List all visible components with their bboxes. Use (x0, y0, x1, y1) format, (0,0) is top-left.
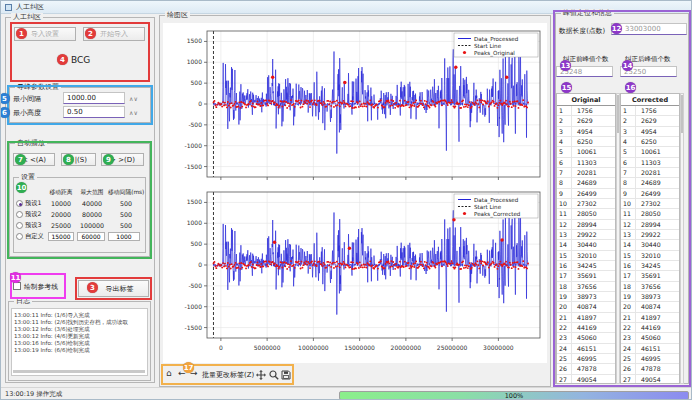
corrected-peaks-table[interactable]: Corrected 117562262934954462505100616113… (620, 93, 680, 384)
table-row[interactable]: 1228994 (557, 220, 615, 230)
peak-position: 44169 (572, 324, 597, 331)
table-row[interactable]: 11756 (557, 106, 615, 116)
table-row[interactable]: 824689 (557, 178, 615, 188)
table-row[interactable]: 720281 (621, 168, 679, 178)
table-row[interactable]: 1430440 (621, 240, 679, 250)
table-row[interactable]: 1329922 (621, 230, 679, 240)
table-row[interactable]: 22629 (557, 116, 615, 126)
table-row[interactable]: 1430440 (557, 240, 615, 250)
table-row[interactable]: 720281 (557, 168, 615, 178)
peak-position: 41897 (636, 314, 661, 321)
table-row[interactable]: 2345060 (557, 333, 615, 343)
original-peaks-table[interactable]: Original 1175622629349544625051006161130… (556, 93, 616, 384)
corrected-table-scrollbar[interactable] (680, 93, 684, 384)
table-row[interactable]: 2647878 (557, 364, 615, 374)
chart-peaks-original[interactable]: -1500-1000-500050010001500Data_Processed… (163, 25, 547, 185)
peak-position: 11303 (572, 159, 597, 166)
custom-value-input[interactable] (48, 232, 74, 241)
table-row[interactable]: 1938973 (621, 292, 679, 302)
spin-down-icon[interactable]: ∨ (133, 95, 137, 102)
app-icon (5, 4, 12, 11)
preset-radio[interactable] (16, 200, 23, 207)
peak-position: 46151 (572, 345, 597, 352)
table-row[interactable]: 1329922 (557, 230, 615, 240)
table-row[interactable]: 2446151 (557, 344, 615, 354)
preset-header-row: 移动距离 最大范围 移动间隔(ms) (16, 187, 144, 198)
table-row[interactable]: 2040874 (621, 302, 679, 312)
table-row[interactable]: 2446151 (621, 344, 679, 354)
table-row[interactable]: 2546995 (621, 354, 679, 364)
preset-col-interval: 移动间隔(ms) (108, 188, 144, 197)
plot-area-title: 绘图区 (165, 11, 190, 20)
peak-position: 47878 (636, 365, 661, 372)
table-row[interactable]: 34954 (621, 127, 679, 137)
table-row[interactable]: 2244169 (557, 323, 615, 333)
table-row[interactable]: 2244169 (621, 323, 679, 333)
table-row[interactable]: 1027302 (557, 199, 615, 209)
table-row[interactable]: 824689 (621, 178, 679, 188)
table-row[interactable]: 2749054 (557, 375, 615, 384)
table-row[interactable]: 1027302 (621, 199, 679, 209)
table-row[interactable]: 1634245 (557, 261, 615, 271)
log-horizontal-scrollbar[interactable] (13, 370, 145, 373)
spin-down-icon[interactable]: ∨ (133, 109, 137, 116)
custom-value-input[interactable] (77, 232, 105, 241)
min-interval-field[interactable]: 1000.00 (63, 92, 125, 104)
row-index: 1 (557, 106, 572, 115)
table-row[interactable]: 1938973 (557, 292, 615, 302)
table-row[interactable]: 22629 (621, 116, 679, 126)
table-row[interactable]: 1532010 (557, 251, 615, 261)
table-row[interactable]: 510061 (557, 147, 615, 157)
preset-label: 预设3 (25, 221, 46, 230)
svg-text:-1500: -1500 (185, 324, 203, 331)
min-height-field[interactable]: 0.50 (63, 106, 125, 118)
zoom-icon[interactable] (269, 370, 279, 380)
table-row[interactable]: 46250 (557, 137, 615, 147)
table-row[interactable]: 1128050 (557, 209, 615, 219)
chart-peaks-corrected[interactable]: -1500-1000-50005001000150005000000100000… (163, 186, 547, 362)
save-icon[interactable] (281, 370, 291, 380)
log-output[interactable]: 13:00:11 Info: (1/6)导入完成13:00:11 Info: (… (11, 308, 148, 376)
table-row[interactable]: 1128050 (621, 209, 679, 219)
svg-text:0: 0 (219, 344, 223, 351)
batch-edit-labels-button[interactable]: 批量更改标签(Z) (202, 370, 254, 380)
preset-radio[interactable] (16, 233, 23, 240)
table-row[interactable]: 2040874 (557, 302, 615, 312)
table-row[interactable]: 11756 (621, 106, 679, 116)
data-length-field[interactable]: 33003000 (611, 23, 687, 35)
table-row[interactable]: 926499 (557, 189, 615, 199)
table-row[interactable]: 1837656 (557, 282, 615, 292)
table-row[interactable]: 1735691 (621, 271, 679, 281)
table-row[interactable]: 46250 (621, 137, 679, 147)
draw-refline-checkbox[interactable] (13, 282, 21, 290)
table-row[interactable]: 2141897 (621, 313, 679, 323)
table-row[interactable]: 1532010 (621, 251, 679, 261)
table-row[interactable]: 34954 (557, 127, 615, 137)
home-icon[interactable]: ⌂ (166, 368, 172, 379)
peak-position: 24689 (572, 179, 597, 186)
table-row[interactable]: 1735691 (557, 271, 615, 281)
table-row[interactable]: 611303 (557, 158, 615, 168)
min-interval-spinner[interactable]: ∧∨ (129, 95, 138, 102)
custom-value-input[interactable] (108, 232, 140, 241)
table-row[interactable]: 2749054 (621, 375, 679, 384)
peak-position: 28994 (572, 221, 597, 228)
table-row[interactable]: 2546995 (557, 354, 615, 364)
preset-radio[interactable] (16, 222, 23, 229)
peak-position: 11303 (636, 159, 661, 166)
preset-value: 100000 (76, 222, 108, 229)
min-height-spinner[interactable]: ∧∨ (129, 109, 138, 116)
table-row[interactable]: 2345060 (621, 333, 679, 343)
svg-text:500: 500 (191, 79, 203, 86)
table-row[interactable]: 926499 (621, 189, 679, 199)
pan-icon[interactable] (256, 370, 266, 380)
table-row[interactable]: 2141897 (557, 313, 615, 323)
table-row[interactable]: 2647878 (621, 364, 679, 374)
table-row[interactable]: 611303 (621, 158, 679, 168)
table-row[interactable]: 1228994 (621, 220, 679, 230)
table-row[interactable]: 1634245 (621, 261, 679, 271)
table-row[interactable]: 1837656 (621, 282, 679, 292)
preset-radio[interactable] (16, 211, 23, 218)
table-row[interactable]: 510061 (621, 147, 679, 157)
draw-refline-label: 绘制参考线 (24, 282, 58, 292)
